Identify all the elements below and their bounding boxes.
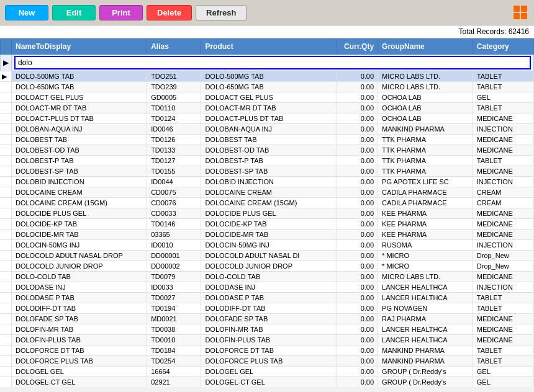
row-indicator bbox=[1, 156, 12, 166]
table-header-row: NameToDisplay Alias Product Curr.Qty Gro… bbox=[1, 39, 534, 55]
table-row[interactable]: DOLODASE INJID0033DOLODASE INJ0.00LANCER… bbox=[1, 282, 534, 293]
table-row[interactable]: DOLOACT-MR DT TABTD0110DOLOACT-MR DT TAB… bbox=[1, 103, 534, 114]
cell-product: DOLOGEL GEL bbox=[201, 367, 337, 377]
cell-alias: TD0254 bbox=[147, 356, 201, 367]
cell-product: DOLO-500MG TAB bbox=[201, 71, 337, 82]
row-indicator bbox=[1, 103, 12, 114]
cell-group: LANCER HEALTHCA bbox=[378, 324, 473, 335]
table-row[interactable]: DOLOACT-PLUS DT TABTD0124DOLOACT-PLUS DT… bbox=[1, 114, 534, 124]
cell-group: MANKIND PHARMA bbox=[378, 345, 473, 356]
col-header-product[interactable]: Product bbox=[201, 39, 337, 55]
grid-view-icon[interactable] bbox=[512, 4, 529, 21]
table-row[interactable]: DOLOFORCE DT TABTD0184DOLOFORCE DT TAB0.… bbox=[1, 345, 534, 356]
table-row[interactable]: DOLOCIDE-KP TABTD0146DOLOCIDE-KP TAB0.00… bbox=[1, 219, 534, 229]
table-row[interactable]: DOLOFIN-PLUS TABTD0010DOLOFIN-PLUS TAB0.… bbox=[1, 335, 534, 345]
delete-button[interactable]: Delete bbox=[147, 5, 192, 20]
cell-qty: 0.00 bbox=[337, 356, 378, 367]
table-row[interactable]: DOLOBEST-OD TABTD0133DOLOBEST-OD TAB0.00… bbox=[1, 145, 534, 156]
cell-category: MEDICANE bbox=[473, 135, 533, 145]
cell-alias: CD0033 bbox=[147, 208, 201, 219]
cell-category: CREAM bbox=[473, 187, 533, 198]
table-row[interactable]: DOLOCIDE PLUS GELCD0033DOLOCIDE PLUS GEL… bbox=[1, 208, 534, 219]
edit-button[interactable]: Edit bbox=[52, 5, 96, 20]
print-button[interactable]: Print bbox=[99, 5, 143, 20]
cell-alias: CD0076 bbox=[147, 198, 201, 208]
cell-qty: 0.00 bbox=[337, 103, 378, 114]
cell-product: DOLOCIDE-KP TAB bbox=[201, 219, 337, 229]
table-row[interactable]: DOLOACT GEL PLUSGD0005DOLOACT GEL PLUS0.… bbox=[1, 92, 534, 103]
cell-alias: TD0027 bbox=[147, 293, 201, 303]
cell-product: DOLOCIDE PLUS GEL bbox=[201, 208, 337, 219]
refresh-button[interactable]: Refresh bbox=[196, 5, 247, 20]
cell-alias: TD0126 bbox=[147, 135, 201, 145]
cell-product: DOLOFIN-PLUS TAB bbox=[201, 335, 337, 345]
cell-qty: 0.00 bbox=[337, 198, 378, 208]
table-row[interactable]: ▶DOLO-500MG TABTDO251DOLO-500MG TAB0.00M… bbox=[1, 71, 534, 82]
col-header-qty[interactable]: Curr.Qty bbox=[337, 39, 378, 55]
cell-alias: ID0046 bbox=[147, 124, 201, 135]
col-header-category[interactable]: Category bbox=[473, 39, 533, 55]
row-indicator bbox=[1, 367, 12, 377]
table-row[interactable]: DOLOBEST-SP TABTD0155DOLOBEST-SP TAB0.00… bbox=[1, 166, 534, 177]
cell-name: DOLODASE INJ bbox=[12, 282, 147, 293]
cell-category: MEDICANE bbox=[473, 166, 533, 177]
row-indicator bbox=[1, 187, 12, 198]
cell-qty: 0.00 bbox=[337, 114, 378, 124]
row-indicator bbox=[1, 240, 12, 251]
cell-product: DOLOCIDE-MR TAB bbox=[201, 229, 337, 240]
table-row[interactable]: DOLOGEL GEL16664DOLOGEL GEL0.00GROUP ( D… bbox=[1, 367, 534, 377]
cell-qty: 0.00 bbox=[337, 367, 378, 377]
table-row[interactable]: DOLOBAN-AQUA INJID0046DOLOBAN-AQUA INJ0.… bbox=[1, 124, 534, 135]
new-button[interactable]: New bbox=[5, 5, 48, 20]
col-header-group[interactable]: GroupName bbox=[378, 39, 473, 55]
cell-category: MEDICANE bbox=[473, 229, 533, 240]
table-row[interactable]: DOLOCAINE CREAM (15GM)CD0076DOLOCAINE CR… bbox=[1, 198, 534, 208]
cell-name: DOLOFADE SP TAB bbox=[12, 314, 147, 324]
cell-name: DOLOBEST-SP TAB bbox=[12, 166, 147, 177]
cell-qty: 0.00 bbox=[337, 261, 378, 272]
row-indicator bbox=[1, 92, 12, 103]
search-input[interactable] bbox=[14, 56, 531, 69]
table-row[interactable]: DOLOCAINE CREAMCD0075DOLOCAINE CREAM0.00… bbox=[1, 187, 534, 198]
table-row[interactable]: DOLOBEST-P TABTD0127DOLOBEST-P TAB0.00TT… bbox=[1, 156, 534, 166]
cell-name: DOLOCIDE PLUS GEL bbox=[12, 208, 147, 219]
cell-product: DOLOBAN-AQUA INJ bbox=[201, 124, 337, 135]
cell-product: DOLOBID INJECTION bbox=[201, 177, 337, 187]
table-row[interactable]: DOLO-COLD TABTD0079DOLO-COLD TAB0.00MICR… bbox=[1, 272, 534, 282]
cell-category: TABLET bbox=[473, 356, 533, 367]
table-row[interactable]: DOLODASE P TABTD0027DOLODASE P TAB0.00LA… bbox=[1, 293, 534, 303]
cell-name: DOLOFIN-MR TAB bbox=[12, 324, 147, 335]
cell-group: * MICRO bbox=[378, 251, 473, 261]
cell-qty: 0.00 bbox=[337, 324, 378, 335]
table-row[interactable]: DOLOCOLD ADULT NASAL DROPDD00001DOLOCOLD… bbox=[1, 251, 534, 261]
cell-category: MEDICANE bbox=[473, 208, 533, 219]
cell-group: CADILA PHARMACE bbox=[378, 198, 473, 208]
cell-name: DOLO-COLD TAB bbox=[12, 272, 147, 282]
cell-product: DOLOFORCE DT TAB bbox=[201, 345, 337, 356]
cell-alias: ID0010 bbox=[147, 240, 201, 251]
cell-group: MICRO LABS LTD. bbox=[378, 71, 473, 82]
col-header-alias[interactable]: Alias bbox=[147, 39, 201, 55]
cell-name: DOLOBEST-P TAB bbox=[12, 156, 147, 166]
cell-qty: 0.00 bbox=[337, 166, 378, 177]
row-indicator bbox=[1, 335, 12, 345]
table-row[interactable]: DOLOCOLD JUNIOR DROPDD00002DOLOCOLD JUNI… bbox=[1, 261, 534, 272]
table-row[interactable]: DOLOFADE SP TABMD0021DOLOFADE SP TAB0.00… bbox=[1, 314, 534, 324]
table-row[interactable]: DOLOGEL-CT GEL02921DOLOGEL-CT GEL0.00GRO… bbox=[1, 377, 534, 388]
cell-qty: 0.00 bbox=[337, 335, 378, 345]
cell-qty: 0.00 bbox=[337, 187, 378, 198]
cell-category: MEDICANE bbox=[473, 324, 533, 335]
cell-qty: 0.00 bbox=[337, 145, 378, 156]
col-header-name[interactable]: NameToDisplay bbox=[12, 39, 147, 55]
table-row[interactable]: DOLOBID INJECTIONID0044DOLOBID INJECTION… bbox=[1, 177, 534, 187]
table-row[interactable]: DOLOFIN-MR TABTD0038DOLOFIN-MR TAB0.00LA… bbox=[1, 324, 534, 335]
cell-category: MEDICANE bbox=[473, 114, 533, 124]
table-row[interactable]: DOLOCIDE-MR TAB03365DOLOCIDE-MR TAB0.00K… bbox=[1, 229, 534, 240]
table-row[interactable]: DOLOBEST TABTD0126DOLOBEST TAB0.00TTK PH… bbox=[1, 135, 534, 145]
table-row[interactable]: DOLO-650MG TABTDO239DOLO-650MG TAB0.00MI… bbox=[1, 82, 534, 92]
row-indicator bbox=[1, 251, 12, 261]
table-row[interactable]: DOLOFORCE PLUS TABTD0254DOLOFORCE PLUS T… bbox=[1, 356, 534, 367]
table-row[interactable]: DOLOCIN-50MG INJID0010DOLOCIN-50MG INJ0.… bbox=[1, 240, 534, 251]
cell-product: DOLOFIN-MR TAB bbox=[201, 324, 337, 335]
table-row[interactable]: DOLODIFF-DT TABTD0194DOLODIFF-DT TAB0.00… bbox=[1, 303, 534, 314]
